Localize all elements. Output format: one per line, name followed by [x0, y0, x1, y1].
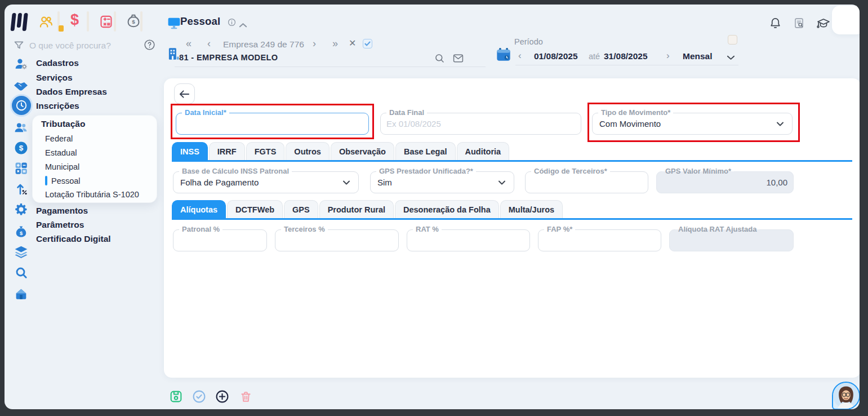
gps-valor-minimo-field: GPS Valor Mínimo* [656, 171, 794, 193]
floating-widget-panel[interactable] [832, 6, 860, 34]
save-button[interactable] [169, 390, 183, 406]
sidebar-dollar-circle-icon[interactable]: $ [14, 141, 28, 157]
info-icon[interactable] [228, 18, 236, 29]
rat-ajustada-input [675, 231, 787, 250]
app-logo-icon[interactable] [10, 12, 29, 34]
support-chat-avatar[interactable] [832, 382, 860, 409]
gps-valor-minimo-input [662, 173, 787, 192]
money-bag-module-icon[interactable]: $ [126, 13, 141, 31]
sidebar-item-servicos[interactable]: Serviços [36, 73, 73, 83]
filter-funnel-icon[interactable] [13, 39, 25, 54]
company-next-button[interactable]: › [313, 38, 316, 48]
company-checkbox-checked[interactable] [363, 39, 372, 48]
base-calculo-select[interactable]: Base de Cálculo INSS Patronal Folha de P… [173, 171, 359, 193]
period-next-button[interactable]: › [666, 51, 670, 60]
back-button[interactable] [174, 83, 195, 104]
tab-irrf[interactable]: IRRF [209, 142, 245, 160]
confirm-button[interactable] [192, 390, 206, 406]
fap-field[interactable]: FAP %* [538, 229, 661, 251]
main-content-card: Data Inicial* Data Final Tipo de Movimen… [164, 78, 860, 378]
sidebar-item-cadastros[interactable]: Cadastros [36, 58, 79, 68]
sidebar-user-settings-icon[interactable] [14, 57, 28, 73]
period-end-date[interactable]: 31/08/2025 [604, 51, 648, 61]
sidebar-home-icon[interactable] [14, 287, 28, 303]
data-inicial-input[interactable] [182, 114, 363, 133]
tab-fgts[interactable]: FGTS [246, 142, 285, 160]
sidebar-search-icon[interactable] [15, 266, 28, 282]
sidebar-item-parametros[interactable]: Parâmetros [36, 220, 84, 230]
tab-dctfweb[interactable]: DCTFWeb [227, 200, 283, 218]
sidebar-percent-arrow-icon[interactable] [15, 182, 28, 198]
tab-inss[interactable]: INSS [172, 142, 208, 160]
terceiros-field[interactable]: Terceiros % [275, 229, 399, 251]
sidebar-money-bag-icon[interactable]: $ [14, 224, 28, 241]
company-prev-button[interactable]: ‹ [207, 38, 211, 48]
tab-aliquotas[interactable]: Alíquotas [172, 200, 226, 218]
dollar-module-icon[interactable]: $ [70, 11, 79, 29]
tab-outros[interactable]: Outros [286, 142, 330, 160]
data-final-input[interactable] [386, 114, 575, 133]
fap-input[interactable] [544, 231, 655, 250]
sidebar-item-certificado-digital[interactable]: Certificado Digital [36, 234, 111, 244]
sidebar-item-pagamentos[interactable]: Pagamentos [36, 206, 88, 216]
sidebar-handshake-icon[interactable] [13, 79, 29, 95]
company-mail-icon[interactable] [453, 54, 464, 65]
chevron-down-icon [776, 120, 785, 129]
tab-observacao[interactable]: Observação [331, 142, 394, 160]
submenu-title-tributacao[interactable]: Tributação [41, 119, 85, 129]
patronal-field[interactable]: Patronal % [173, 229, 267, 251]
company-search-icon[interactable] [434, 53, 445, 66]
submenu-item-municipal[interactable]: Municipal [45, 162, 79, 171]
codigo-terceiros-field[interactable]: Código de Terceiros* [525, 171, 648, 193]
sidebar-item-inscricoes[interactable]: Inscrições [36, 101, 79, 111]
submenu-item-federal[interactable]: Federal [45, 134, 73, 143]
tipo-movimento-select[interactable]: Tipo de Movimento* Com Movimento [592, 113, 793, 135]
tab-multa-juros[interactable]: Multa/Juros [500, 200, 563, 218]
sidebar-gear-icon[interactable] [14, 202, 28, 219]
help-icon[interactable] [144, 39, 155, 53]
module-separator [87, 11, 89, 32]
calculator-module-icon[interactable] [99, 14, 114, 32]
rat-input[interactable] [413, 231, 524, 250]
terceiros-input[interactable] [281, 231, 393, 250]
period-checkbox-empty[interactable] [728, 35, 737, 45]
collapse-chevron-up-icon[interactable] [239, 20, 247, 30]
sidebar-calculator-icon[interactable] [14, 161, 28, 178]
period-prev-button[interactable]: ‹ [518, 51, 522, 60]
tab-desoneracao-folha[interactable]: Desoneração da Folha [395, 200, 499, 218]
sidebar-people-icon[interactable] [14, 121, 28, 137]
module-separator [114, 11, 116, 32]
rat-field[interactable]: RAT % [407, 229, 530, 251]
tab-auditoria[interactable]: Auditoria [457, 142, 510, 160]
sidebar-layers-icon[interactable] [14, 245, 29, 261]
sidebar-item-dados-empresas[interactable]: Dados Empresas [36, 87, 107, 97]
main-tabs: INSS IRRF FGTS Outros Observação Base Le… [172, 142, 509, 160]
users-module-icon[interactable] [38, 14, 54, 32]
company-last-button[interactable]: » [332, 38, 338, 48]
submenu-item-lotacao-tributaria[interactable]: Lotação Tributária S-1020 [45, 190, 139, 199]
patronal-input[interactable] [179, 231, 261, 250]
codigo-terceiros-input[interactable] [531, 173, 642, 192]
data-final-field[interactable]: Data Final [380, 113, 581, 135]
add-button[interactable] [215, 390, 229, 406]
period-mode-select[interactable]: Mensal [683, 51, 713, 61]
company-clear-icon[interactable]: ✕ [349, 39, 356, 48]
period-start-date[interactable]: 01/08/2025 [534, 51, 578, 61]
tab-base-legal[interactable]: Base Legal [395, 142, 456, 160]
submenu-item-pessoal-active[interactable]: Pessoal [45, 176, 81, 185]
company-first-button[interactable]: « [186, 38, 192, 48]
data-inicial-field[interactable]: Data Inicial* [176, 113, 369, 135]
notifications-bell-icon[interactable] [769, 16, 782, 32]
submenu-item-estadual[interactable]: Estadual [45, 148, 77, 157]
learning-graduation-cap-icon[interactable] [816, 16, 831, 32]
tab-gps[interactable]: GPS [284, 200, 318, 218]
delete-button[interactable] [239, 390, 252, 406]
active-item-bar [45, 176, 47, 185]
gps-prestador-select[interactable]: GPS Prestador Unificada?* Sim [370, 171, 514, 193]
sidebar-clock-icon-active[interactable] [10, 94, 33, 117]
period-mode-chevron-icon[interactable] [727, 53, 735, 63]
period-divider [515, 65, 738, 65]
global-search-input[interactable]: O que você procura? [29, 41, 111, 51]
tab-produtor-rural[interactable]: Produtor Rural [319, 200, 394, 218]
audit-log-icon[interactable] [793, 17, 805, 32]
